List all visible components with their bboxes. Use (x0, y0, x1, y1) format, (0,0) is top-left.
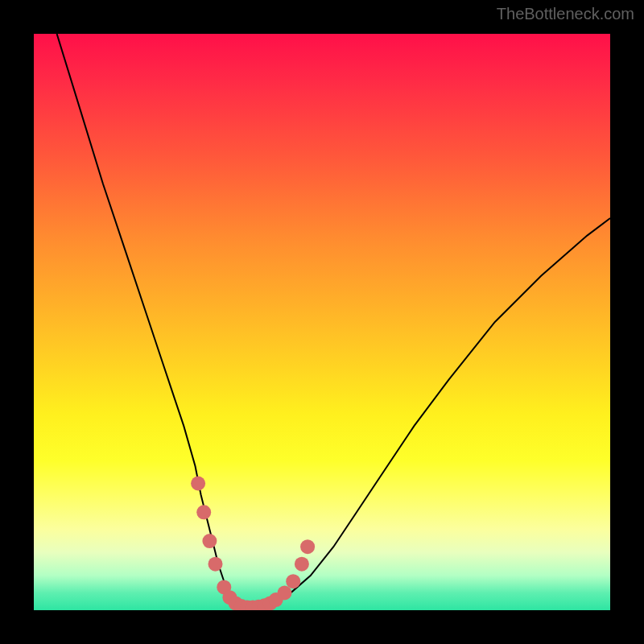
highlight-marker (286, 574, 300, 588)
highlight-marker (208, 557, 223, 572)
highlight-marker (295, 557, 309, 572)
highlight-marker (278, 586, 292, 601)
highlight-marker (196, 505, 211, 519)
chart-plot-area (34, 34, 610, 610)
highlight-marker (300, 539, 315, 554)
highlight-marker (202, 534, 217, 548)
bottleneck-curve-line (57, 34, 610, 607)
watermark-text: TheBottleneck.com (497, 5, 634, 23)
highlight-markers (191, 477, 315, 611)
highlight-marker (191, 477, 205, 491)
chart-svg (34, 34, 610, 610)
